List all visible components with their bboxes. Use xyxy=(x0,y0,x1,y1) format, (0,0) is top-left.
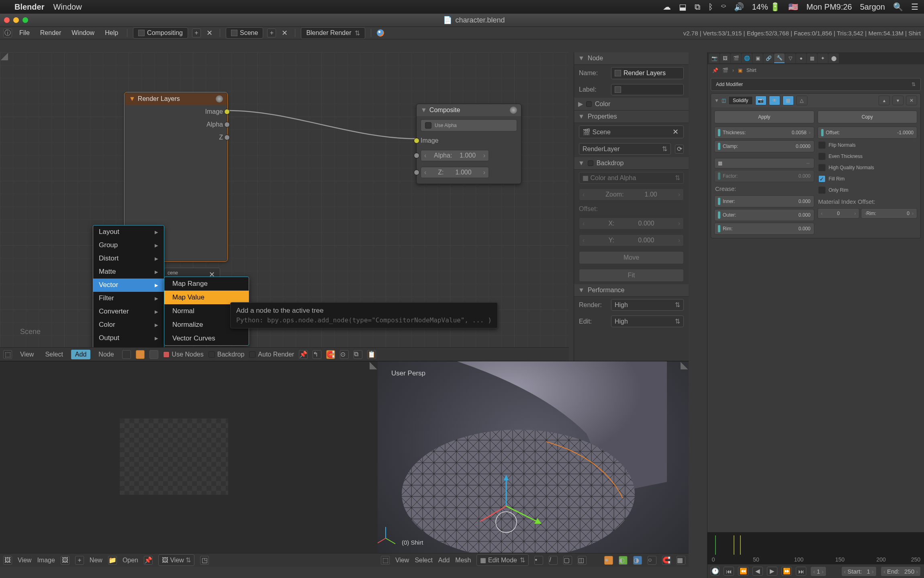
disk-icon[interactable]: ⧉ xyxy=(695,2,700,12)
render-menu[interactable]: Render xyxy=(37,29,64,37)
flag-icon[interactable]: 🇺🇸 xyxy=(788,2,798,12)
cloud-icon[interactable]: ☁ xyxy=(663,2,671,12)
performance-panel-header[interactable]: ▼Performance xyxy=(574,284,689,297)
auto-render-checkbox[interactable] xyxy=(249,351,256,358)
wifi-icon[interactable]: ⌔ xyxy=(721,2,726,12)
use-nodes-checkbox[interactable] xyxy=(163,351,170,358)
render-toggle[interactable]: 📷 xyxy=(755,96,767,105)
image-browse-icon[interactable]: 🖼 xyxy=(61,556,70,565)
editor-type-icon[interactable]: ⬚ xyxy=(381,556,390,565)
window-menu[interactable]: Window xyxy=(53,2,82,12)
tab-data[interactable]: ▽ xyxy=(785,53,795,63)
add-layout-button[interactable]: + xyxy=(192,29,201,37)
render-quality-select[interactable]: High⇅ xyxy=(611,299,684,311)
backdrop-enable-checkbox[interactable] xyxy=(588,160,593,166)
node-panel-header[interactable]: ▼Node xyxy=(574,52,689,65)
keyframe-marker[interactable] xyxy=(734,535,734,555)
crease-rim-field[interactable]: Rim:0.000 xyxy=(714,223,814,235)
editor-type-icon[interactable]: 🕐 xyxy=(711,567,720,576)
add-menu[interactable]: Add xyxy=(438,557,450,564)
fit-button[interactable]: Fit xyxy=(579,269,684,282)
node-preview-icon[interactable] xyxy=(510,107,517,114)
object-icon[interactable]: ▣ xyxy=(738,68,742,73)
go-parent-icon[interactable]: ↰ xyxy=(313,350,321,359)
node-preview-icon[interactable] xyxy=(216,95,223,102)
properties-panel-header[interactable]: ▼Properties xyxy=(574,111,689,123)
tab-constraints[interactable]: 🔗 xyxy=(763,53,774,63)
app-name[interactable]: Blender xyxy=(14,2,44,12)
view-menu[interactable]: View xyxy=(18,557,31,564)
modifier-name-field[interactable]: Solidify xyxy=(728,96,753,105)
scene-icon[interactable]: 🎬 xyxy=(722,68,728,73)
renderlayer-select[interactable]: RenderLayer⇅ xyxy=(579,143,671,155)
jump-start-button[interactable]: ⏮ xyxy=(724,567,734,576)
flip-normals-checkbox[interactable]: Flip Normals xyxy=(818,140,918,150)
add-menu-button[interactable]: Add xyxy=(71,350,90,359)
shading-texture-icon[interactable]: ◐ xyxy=(619,556,628,565)
hq-normals-checkbox[interactable]: High Quality Normals xyxy=(818,163,918,172)
delete-scene-button[interactable]: ✕ xyxy=(280,29,289,37)
info-editor-icon[interactable]: ⓘ xyxy=(3,29,12,37)
tab-render[interactable]: 📷 xyxy=(709,53,720,63)
playhead[interactable] xyxy=(715,535,716,555)
paste-icon[interactable]: 📋 xyxy=(367,350,376,359)
view-mode-select[interactable]: 🖼 View⇅ xyxy=(158,554,194,566)
menu-item-filter[interactable]: Filter▸ xyxy=(93,292,164,305)
apply-button[interactable]: Apply xyxy=(714,111,814,123)
render-engine-selector[interactable]: Blender Render⇅ xyxy=(301,27,365,39)
pin-icon[interactable]: 📌 xyxy=(712,68,718,73)
screen-layout-selector[interactable]: Compositing xyxy=(133,27,188,39)
color-enable-checkbox[interactable] xyxy=(586,101,592,107)
clamp-field[interactable]: Clamp:0.0000 xyxy=(714,140,814,152)
edge-select-icon[interactable]: / xyxy=(549,556,558,565)
open-image-button[interactable]: Open xyxy=(123,557,138,564)
alpha-input-socket[interactable]: ‹Alpha:1.000› xyxy=(421,150,517,161)
3d-viewport[interactable]: User Persp (0) Shirt ⬚ View Select Add M… xyxy=(378,361,689,567)
move-up-button[interactable]: ▴ xyxy=(879,96,890,105)
cage-toggle[interactable]: △ xyxy=(796,96,807,105)
shading-material-icon[interactable]: ◑ xyxy=(633,556,642,565)
prev-keyframe-button[interactable]: ⏪ xyxy=(738,567,748,576)
compositor-tree-icon[interactable] xyxy=(136,350,145,359)
area-corner-handle[interactable] xyxy=(1,53,8,60)
layers-icon[interactable]: ▦ xyxy=(677,556,685,565)
tab-texture[interactable]: ▦ xyxy=(807,53,817,63)
select-menu[interactable]: Select xyxy=(415,557,432,564)
tab-world[interactable]: 🌐 xyxy=(742,53,752,63)
timeline[interactable]: 0 50 100 150 200 250 xyxy=(707,532,924,564)
node-label-field[interactable] xyxy=(611,84,684,95)
user-name[interactable]: 5argon xyxy=(860,2,885,12)
proportional-edit-icon[interactable]: ○ xyxy=(648,556,656,565)
z-input-socket[interactable]: ‹Z:1.000› xyxy=(421,167,517,178)
add-scene-button[interactable]: + xyxy=(267,29,276,37)
play-reverse-button[interactable]: ◀ xyxy=(752,567,763,576)
mat-rim-field[interactable]: ‹Rim:0› xyxy=(861,208,917,219)
move-down-button[interactable]: ▾ xyxy=(892,96,904,105)
offset-x-slider[interactable]: ‹X:0.000› xyxy=(579,217,684,230)
copy-icon[interactable]: ⧉ xyxy=(354,350,362,359)
collapse-modifier-icon[interactable]: ▼ xyxy=(714,98,719,103)
volume-icon[interactable]: 🔊 xyxy=(734,2,744,12)
zoom-slider[interactable]: ‹Zoom:1.00› xyxy=(579,189,684,201)
add-modifier-dropdown[interactable]: Add Modifier⇅ xyxy=(711,78,921,91)
window-menu-top[interactable]: Window xyxy=(68,29,98,37)
menu-icon[interactable]: ☰ xyxy=(911,2,918,12)
start-frame-field[interactable]: ‹Start: 1› xyxy=(841,566,877,576)
node-menu[interactable]: Node xyxy=(95,350,117,359)
mode-select[interactable]: ▦ Edit Mode⇅ xyxy=(476,554,529,566)
view-menu[interactable]: View xyxy=(17,350,37,359)
use-alpha-checkbox[interactable]: Use Alpha xyxy=(421,119,517,131)
menu-item-distort[interactable]: Distort▸ xyxy=(93,252,164,265)
new-image-button[interactable]: New xyxy=(90,557,102,564)
snap-type-icon[interactable]: ⊙ xyxy=(340,350,349,359)
editor-type-icon[interactable]: ⬚ xyxy=(3,350,12,359)
crease-inner-field[interactable]: Inner:0.000 xyxy=(714,195,814,207)
thickness-field[interactable]: Thickness:0.0058› xyxy=(714,127,814,139)
close-window-button[interactable] xyxy=(4,17,10,23)
zoom-window-button[interactable] xyxy=(22,17,28,23)
uv-image-editor[interactable]: 🖼 View Image 🖼 + New 📁 Open 📌 🖼 View⇅ ◳ xyxy=(0,361,378,567)
channels-icon[interactable]: ◳ xyxy=(200,556,209,565)
copy-button[interactable]: Copy xyxy=(818,111,918,123)
z-output-socket[interactable]: Z xyxy=(129,134,223,141)
menu-item-vector[interactable]: Vector▸ xyxy=(93,279,164,292)
